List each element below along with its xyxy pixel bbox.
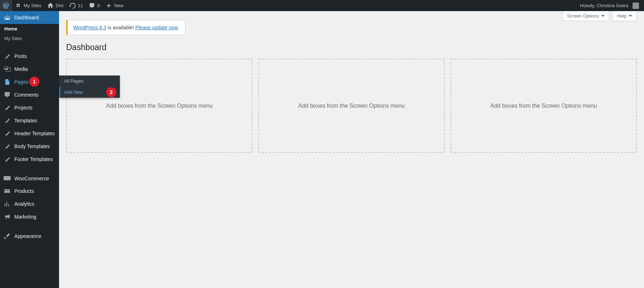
pin-icon: [4, 156, 11, 163]
page-icon: [4, 78, 11, 86]
menu-body-templates[interactable]: Body Templates: [0, 140, 59, 153]
my-sites-menu[interactable]: My Sites: [12, 0, 44, 11]
updates-menu[interactable]: 11: [67, 0, 86, 11]
menu-analytics[interactable]: Analytics: [0, 197, 59, 210]
brush-icon: [4, 233, 11, 240]
new-content-menu[interactable]: New: [103, 0, 126, 11]
screen-meta-links: Screen Options Help: [562, 11, 637, 21]
comment-icon: [89, 3, 95, 9]
menu-products-label: Products: [14, 188, 34, 194]
menu-posts[interactable]: Posts: [0, 50, 59, 63]
pin-icon: [4, 104, 11, 111]
site-name-label: Divi: [56, 3, 64, 8]
update-version-link[interactable]: WordPress 6.3: [73, 25, 106, 30]
screen-options-label: Screen Options: [567, 13, 599, 19]
admin-menu: Dashboard Home My Sites Posts Media Page…: [0, 11, 59, 288]
menu-woocommerce-label: WooCommerce: [14, 176, 49, 181]
new-label: New: [114, 3, 123, 8]
pages-flyout: All Pages Add New 2: [59, 75, 120, 98]
media-icon: [4, 65, 11, 73]
badge-1: 1: [29, 77, 39, 87]
main-content: WordPress 6.3 is available! Please updat…: [59, 11, 644, 288]
products-icon: [4, 187, 11, 195]
menu-media-label: Media: [14, 66, 28, 72]
menu-marketing[interactable]: Marketing: [0, 210, 59, 223]
woo-icon: [4, 176, 11, 181]
chevron-down-icon: [629, 15, 632, 17]
dashboard-empty-container-2: Add boxes from the Screen Options menu: [258, 59, 445, 153]
update-nag: WordPress 6.3 is available! Please updat…: [66, 20, 185, 35]
wordpress-logo-icon: [3, 3, 9, 9]
menu-templates[interactable]: Templates: [0, 114, 59, 127]
dashboard-empty-container-1: Add boxes from the Screen Options menu: [66, 59, 253, 153]
my-sites-label: My Sites: [24, 3, 42, 8]
wp-logo-menu[interactable]: [0, 0, 12, 11]
plus-icon: [106, 3, 112, 9]
comments-menu[interactable]: 0: [86, 0, 103, 11]
menu-dashboard-label: Dashboard: [14, 15, 39, 20]
menu-pages-label: Pages: [14, 79, 29, 85]
menu-media[interactable]: Media: [0, 63, 59, 75]
menu-footer-templates[interactable]: Footer Templates: [0, 153, 59, 166]
chart-bar-icon: [4, 200, 11, 208]
update-end-text: .: [178, 25, 179, 30]
menu-body-templates-label: Body Templates: [14, 143, 50, 149]
badge-2: 2: [106, 87, 116, 97]
menu-products[interactable]: Products: [0, 185, 59, 197]
comments-count: 0: [97, 3, 100, 8]
submenu-home[interactable]: Home: [0, 24, 59, 34]
submenu-my-sites-label: My Sites: [4, 36, 22, 41]
pin-icon: [4, 143, 11, 150]
menu-projects-label: Projects: [14, 105, 33, 111]
menu-appearance[interactable]: Appearance: [0, 230, 59, 243]
page-title: Dashboard: [66, 43, 637, 52]
menu-header-templates[interactable]: Header Templates: [0, 127, 59, 140]
flyout-add-new-label: Add New: [64, 89, 83, 95]
menu-header-templates-label: Header Templates: [14, 131, 55, 136]
my-account-menu[interactable]: Howdy, Christina Gwira: [577, 0, 642, 11]
submenu-dashboard: Home My Sites: [0, 24, 59, 43]
menu-dashboard[interactable]: Dashboard: [0, 11, 59, 24]
empty-box-text-2: Add boxes from the Screen Options menu: [298, 103, 405, 109]
submenu-home-label: Home: [4, 26, 17, 31]
dashboard-empty-container-3: Add boxes from the Screen Options menu: [450, 59, 637, 153]
update-icon: [69, 3, 76, 9]
pin-icon: [4, 117, 11, 124]
comments-icon: [4, 91, 11, 98]
update-now-link[interactable]: Please update now: [135, 25, 177, 30]
flyout-all-pages-label: All Pages: [64, 78, 84, 84]
megaphone-icon: [4, 213, 11, 220]
menu-analytics-label: Analytics: [14, 201, 34, 207]
help-label: Help: [617, 13, 626, 19]
chevron-down-icon: [601, 15, 605, 17]
howdy-label: Howdy, Christina Gwira: [580, 3, 628, 8]
flyout-add-new[interactable]: Add New 2: [59, 87, 120, 98]
menu-pages[interactable]: Pages 1 All Pages Add New 2: [0, 75, 59, 88]
menu-projects[interactable]: Projects: [0, 101, 59, 114]
menu-comments[interactable]: Comments: [0, 88, 59, 101]
updates-count: 11: [78, 3, 83, 8]
menu-posts-label: Posts: [14, 53, 27, 59]
avatar: [633, 3, 639, 9]
menu-templates-label: Templates: [14, 118, 37, 123]
pin-icon: [4, 53, 11, 60]
empty-box-text-1: Add boxes from the Screen Options menu: [106, 103, 213, 109]
menu-comments-label: Comments: [14, 92, 39, 98]
update-mid-text: is available!: [106, 25, 135, 30]
site-name-menu[interactable]: Divi: [44, 0, 67, 11]
screen-options-button[interactable]: Screen Options: [562, 11, 610, 21]
menu-appearance-label: Appearance: [14, 233, 42, 239]
network-icon: [15, 3, 21, 9]
home-icon: [47, 3, 54, 9]
flyout-all-pages[interactable]: All Pages: [59, 75, 120, 87]
help-button[interactable]: Help: [612, 11, 637, 21]
admin-toolbar: My Sites Divi 11 0 New: [0, 0, 644, 11]
menu-woocommerce[interactable]: WooCommerce: [0, 172, 59, 185]
dashboard-icon: [4, 14, 11, 21]
menu-footer-templates-label: Footer Templates: [14, 156, 53, 162]
menu-marketing-label: Marketing: [14, 214, 36, 220]
empty-box-text-3: Add boxes from the Screen Options menu: [491, 103, 597, 109]
pin-icon: [4, 130, 11, 137]
svg-rect-0: [4, 176, 11, 180]
submenu-my-sites[interactable]: My Sites: [0, 34, 59, 43]
